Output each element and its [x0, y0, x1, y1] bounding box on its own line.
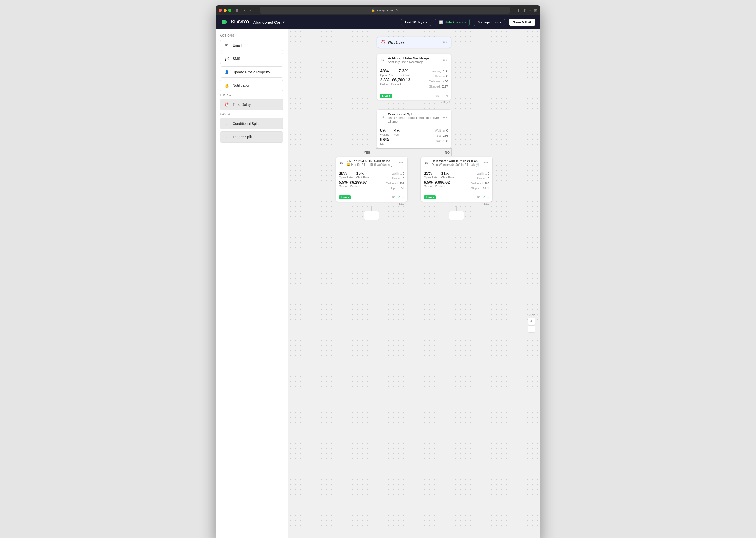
- email-yes-check-icon[interactable]: ✓: [397, 195, 401, 199]
- klaviyo-logo: KLAVIYO: [221, 18, 249, 26]
- email-1-header: ✉ Achtung: Hohe Nachfrage Achtung: Hohe …: [377, 54, 451, 66]
- back-button[interactable]: ‹: [243, 8, 247, 13]
- email-yes-live-badge[interactable]: Live ▾: [339, 195, 351, 199]
- h-connector: [376, 148, 452, 149]
- split-condition: Has Ordered Product zero times over all …: [388, 116, 440, 123]
- email-1-stats: Waiting: 198 Review: 0 Delivered: 466 Sk…: [429, 69, 448, 89]
- date-range-button[interactable]: Last 30 days ▾: [401, 19, 431, 26]
- sidebar-item-conditional-split[interactable]: ⑂ Conditional Split: [220, 118, 284, 129]
- email-no-msg-icon[interactable]: ✉: [477, 195, 480, 199]
- sidebar-item-sms[interactable]: 💬 SMS: [220, 53, 284, 64]
- branch-nodes: ✉ ? Nur für 24 h: 15 % auf deine gesamte…: [336, 156, 493, 220]
- timing-section-title: TIMING: [220, 93, 284, 96]
- email-node-yes[interactable]: ✉ ? Nur für 24 h: 15 % auf deine gesamte…: [336, 156, 407, 202]
- zoom-buttons: + −: [528, 318, 535, 333]
- wait-node[interactable]: ⏰ Wait 1 day •••: [377, 36, 452, 48]
- clock-icon: ⏰: [224, 102, 230, 107]
- new-tab-icon[interactable]: +: [529, 8, 531, 13]
- email-node-1[interactable]: ✉ Achtung: Hohe Nachfrage Achtung: Hohe …: [377, 54, 452, 100]
- hide-analytics-label: Hide Analytics: [445, 20, 466, 24]
- wait-node-menu[interactable]: •••: [442, 39, 448, 45]
- email-yes-filter-icon[interactable]: ▿: [403, 195, 404, 199]
- save-exit-button[interactable]: Save & Exit: [509, 19, 535, 26]
- email-yes-msg-icon[interactable]: ✉: [392, 195, 395, 199]
- email-1-live-badge[interactable]: Live ▾: [380, 94, 392, 98]
- email-1-click-rate: 7.3% Click Rate: [398, 69, 411, 77]
- no-connector-v: [452, 148, 452, 156]
- grid-icon[interactable]: ⊞: [534, 8, 537, 13]
- sidebar: ACTIONS ✉ Email 💬 SMS 👤 Update Profile P…: [216, 29, 288, 538]
- email-1-menu[interactable]: •••: [442, 57, 448, 63]
- email-yes-click-rate: 15% Click Rate: [356, 171, 369, 179]
- connector-2: [414, 104, 414, 109]
- sidebar-sms-label: SMS: [233, 57, 240, 61]
- wait-node-header: ⏰ Wait 1 day •••: [377, 37, 451, 48]
- yes-connector-v: [376, 148, 376, 156]
- forward-button[interactable]: ›: [248, 8, 252, 13]
- minimize-button[interactable]: [224, 9, 227, 12]
- zoom-out-button[interactable]: −: [528, 325, 535, 333]
- email-no-subtitle: Dein Warenkorb läuft in 24 h ab 🛒: [432, 163, 481, 167]
- email-no-filter-icon[interactable]: ▿: [487, 195, 489, 199]
- flow-name: Abandoned Cart: [253, 20, 282, 25]
- email-no-stats: Waiting: 0 Review: 8 Delivered: 263 Skip…: [471, 171, 489, 191]
- traffic-lights: [219, 9, 231, 12]
- email-no-footer: Live ▾ ✉ ✓ ▿: [421, 193, 492, 201]
- email-yes-stats: Waiting: 0 Review: 0 Delivered: 201 Skip…: [386, 171, 404, 191]
- logo-text: KLAVIYO: [231, 20, 249, 25]
- split-body: 0% Waiting 4% Yes: [377, 126, 451, 148]
- date-range-label: Last 30 days: [405, 20, 424, 24]
- canvas[interactable]: ⏰ Wait 1 day ••• ✉ Achtung: Hohe Nachfra…: [288, 29, 540, 538]
- email-no-open-rate: 39% Open Rate: [424, 171, 438, 179]
- conditional-split-node[interactable]: ⑂ Conditional Split Has Ordered Product …: [377, 109, 452, 148]
- email-no-live-badge[interactable]: Live ▾: [424, 195, 436, 199]
- hide-analytics-button[interactable]: 📊 Hide Analytics: [435, 19, 470, 26]
- sidebar-item-notification[interactable]: 🔔 Notification: [220, 80, 284, 91]
- email-yes-open-rate: 38% Open Rate: [339, 171, 352, 179]
- email-1-subtitle: Achtung: Hohe Nachfrage: [388, 60, 440, 64]
- zoom-controls: 100% + −: [527, 313, 535, 333]
- conditional-split-icon: ⑂: [224, 121, 230, 127]
- reload-icon[interactable]: ↻: [396, 9, 398, 12]
- share-icon[interactable]: ⬆: [523, 8, 526, 13]
- wait-node-title: Wait 1 day: [388, 40, 440, 44]
- sidebar-time-delay-label: Time Delay: [233, 102, 250, 107]
- sidebar-item-time-delay[interactable]: ⏰ Time Delay: [220, 99, 284, 110]
- email-1-filter-icon[interactable]: ▿: [446, 94, 448, 98]
- email-yes-menu[interactable]: •••: [398, 160, 404, 166]
- email-yes-actions: ✉ ✓ ▿: [392, 195, 404, 199]
- manage-flow-button[interactable]: Manage Flow ▾: [474, 19, 505, 26]
- email-yes-header: ✉ ? Nur für 24 h: 15 % auf deine gesamte…: [336, 157, 407, 169]
- sidebar-section-actions: ACTIONS ✉ Email 💬 SMS 👤 Update Profile P…: [220, 34, 284, 91]
- sidebar-item-update-profile[interactable]: 👤 Update Profile Property: [220, 66, 284, 78]
- maximize-button[interactable]: [228, 9, 231, 12]
- address-bar[interactable]: 🔒 klaviyo.com ↻: [260, 7, 510, 14]
- sidebar-profile-label: Update Profile Property: [233, 70, 270, 74]
- sidebar-item-email[interactable]: ✉ Email: [220, 40, 284, 51]
- save-exit-label: Save & Exit: [513, 20, 531, 24]
- sidebar-section-timing: TIMING ⏰ Time Delay: [220, 93, 284, 110]
- email-node-no[interactable]: ✉ Dein Warenkorb läuft in 24 h ab 🛒 Dein…: [420, 156, 493, 202]
- download-icon[interactable]: ⬇: [517, 8, 520, 13]
- no-branch: ✉ Dein Warenkorb läuft in 24 h ab 🛒 Dein…: [420, 156, 493, 220]
- wait-clock-icon: ⏰: [380, 39, 386, 45]
- flow-title[interactable]: Abandoned Cart ▾: [253, 20, 285, 25]
- klaviyo-logo-icon: [221, 18, 229, 26]
- connector-1: [414, 48, 414, 54]
- no-bottom-connector: [456, 206, 457, 211]
- split-menu[interactable]: •••: [442, 115, 448, 121]
- sidebar-toggle-icon[interactable]: ⊞: [235, 8, 239, 12]
- sidebar-trigger-label: Trigger Split: [233, 135, 252, 139]
- yes-next-node: [364, 211, 379, 220]
- email-no-title: Dein Warenkorb läuft in 24 h ab 🛒: [432, 159, 481, 163]
- email-no-menu[interactable]: •••: [483, 160, 489, 166]
- email-1-message-icon[interactable]: ✉: [436, 94, 439, 98]
- email-yes-footer: Live ▾ ✉ ✓ ▿: [336, 193, 407, 201]
- zoom-in-button[interactable]: +: [528, 318, 535, 325]
- email-no-check-icon[interactable]: ✓: [482, 195, 485, 199]
- email-1-check-icon[interactable]: ✓: [441, 94, 444, 98]
- email-1-revenue: €6,700.13: [392, 78, 410, 82]
- email-yes-title: ? Nur für 24 h: 15 % auf deine gesamte B…: [347, 159, 396, 163]
- sidebar-item-trigger-split[interactable]: ⑂ Trigger Split: [220, 131, 284, 142]
- close-button[interactable]: [219, 9, 222, 12]
